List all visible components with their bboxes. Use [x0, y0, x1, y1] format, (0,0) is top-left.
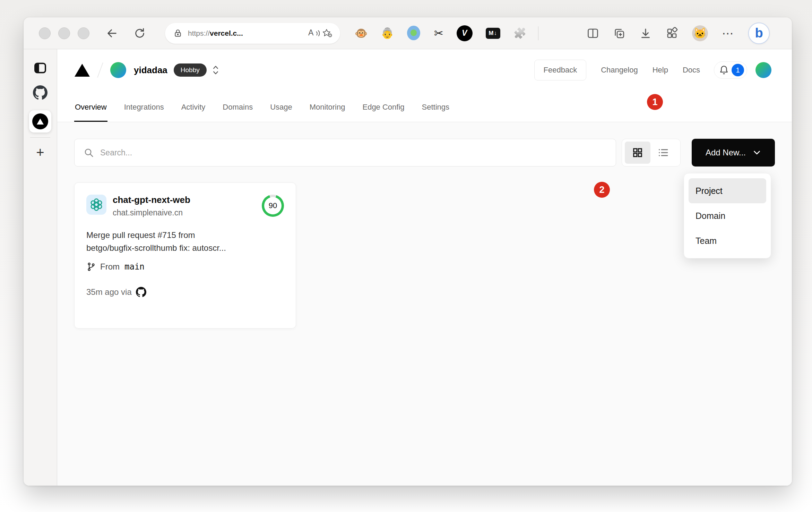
vercel-logo[interactable] [74, 63, 90, 77]
traffic-lights [39, 27, 89, 39]
from-label: From [100, 262, 120, 272]
apps-button[interactable] [666, 27, 678, 40]
speed-score-ring: 90 [262, 195, 284, 217]
search-input[interactable] [100, 148, 607, 157]
changelog-link[interactable]: Changelog [601, 66, 638, 75]
vercel-triangle-icon [36, 118, 44, 125]
tab-github[interactable] [33, 85, 47, 100]
browser-window: https:// vercel.c... A 🐵 👵 2 ✂ V M↓ 🧩 [24, 17, 792, 486]
browser-body: + yidadaa Hobby Feedback Changelog Help … [24, 49, 792, 486]
browser-profile-avatar[interactable]: 🐱 [692, 25, 708, 41]
branch-name: main [124, 262, 145, 272]
project-card[interactable]: chat-gpt-next-web chat.simplenaive.cn 90… [74, 182, 296, 328]
github-icon [136, 287, 146, 297]
user-avatar[interactable] [755, 62, 771, 78]
menu-item-domain[interactable]: Domain [689, 203, 766, 228]
address-bar[interactable]: https:// vercel.c... A [165, 23, 340, 44]
docs-link[interactable]: Docs [683, 66, 700, 75]
speed-score-value: 90 [264, 197, 282, 214]
vercel-content: Add New... chat-gpt-next-web chat.simple… [57, 122, 792, 486]
tampermonkey-extension-icon[interactable]: 🐵 [355, 28, 368, 39]
collections-button[interactable] [613, 27, 625, 40]
github-icon [33, 85, 47, 100]
split-screen-icon [587, 27, 599, 40]
deploy-time: 35m ago via [86, 287, 132, 297]
select-chevrons-icon [212, 65, 219, 75]
feedback-button[interactable]: Feedback [534, 60, 587, 80]
tab-monitoring[interactable]: Monitoring [309, 103, 346, 122]
commit-line-2: betgo/bugfix-scrollthumb fix: autoscr... [86, 241, 284, 254]
translate-extension-inner [411, 29, 417, 36]
notification-count-badge: 1 [732, 64, 744, 76]
tab-settings[interactable]: Settings [421, 103, 450, 122]
plan-badge: Hobby [174, 63, 207, 77]
toolbar-divider [538, 26, 538, 40]
vercel-header: yidadaa Hobby Feedback Changelog Help Do… [57, 49, 792, 91]
rail-divider [30, 137, 50, 138]
back-button[interactable] [106, 27, 118, 39]
breadcrumb-slash [97, 62, 103, 78]
url-scheme: https:// [188, 29, 210, 37]
add-new-button[interactable]: Add New... [692, 139, 775, 167]
projects-toolbar: Add New... [74, 139, 775, 167]
help-link[interactable]: Help [653, 66, 668, 75]
read-aloud-button[interactable]: A [308, 28, 322, 39]
add-favorite-button[interactable] [322, 28, 332, 38]
tab-vercel-active[interactable] [29, 110, 51, 133]
menu-item-team[interactable]: Team [689, 228, 766, 253]
grid-view-icon [632, 147, 643, 159]
lock-icon [173, 29, 182, 38]
tab-integrations[interactable]: Integrations [123, 103, 165, 122]
tab-edge-config[interactable]: Edge Config [362, 103, 405, 122]
chevron-down-icon [753, 148, 761, 157]
annotation-step-1: 1 [647, 94, 663, 110]
star-plus-icon [322, 28, 332, 38]
tab-domains[interactable]: Domains [222, 103, 253, 122]
new-tab-button[interactable]: + [36, 145, 44, 159]
browser-menu-button[interactable]: ⋯ [722, 26, 734, 40]
vertical-tab-rail: + [24, 49, 57, 486]
add-new-label: Add New... [706, 148, 746, 157]
tab-activity[interactable]: Activity [181, 103, 206, 122]
git-branch-icon [86, 262, 96, 272]
vercel-tabs: Overview Integrations Activity Domains U… [57, 91, 792, 122]
search-box [74, 139, 616, 167]
bell-icon [718, 65, 729, 76]
tab-overview[interactable]: Overview [74, 103, 107, 122]
openai-logo-icon [89, 198, 103, 212]
project-favicon [86, 195, 106, 215]
plus-icon: + [36, 145, 44, 159]
scissors-extension-icon[interactable]: ✂ [434, 28, 443, 39]
downloads-button[interactable] [639, 27, 652, 40]
tab-usage[interactable]: Usage [269, 103, 293, 122]
close-window-button[interactable] [39, 27, 51, 39]
project-card-head: chat-gpt-next-web chat.simplenaive.cn 90 [86, 195, 284, 217]
project-domain[interactable]: chat.simplenaive.cn [113, 208, 190, 217]
translate-person-extension-icon[interactable]: 👵 [381, 28, 394, 39]
sidebar-toggle-icon [33, 61, 47, 75]
project-name: chat-gpt-next-web [113, 195, 190, 205]
extension-area: 🐵 👵 2 ✂ V M↓ 🧩 [355, 25, 526, 41]
annotation-step-2: 2 [594, 182, 610, 198]
project-meta: chat-gpt-next-web chat.simplenaive.cn [113, 195, 190, 217]
zoom-window-button[interactable] [78, 27, 89, 39]
list-view-icon [657, 147, 669, 159]
search-icon [84, 147, 94, 158]
split-screen-button[interactable] [587, 27, 599, 40]
notifications-button[interactable]: 1 [714, 61, 747, 79]
view-switcher [622, 139, 681, 167]
grid-view-button[interactable] [625, 142, 650, 164]
menu-item-project[interactable]: Project [689, 178, 766, 203]
extensions-puzzle-icon[interactable]: 🧩 [513, 28, 526, 39]
minimize-window-button[interactable] [58, 27, 70, 39]
v-extension-icon[interactable]: V [457, 25, 473, 41]
translate-extension-icon[interactable]: 2 [407, 26, 421, 41]
markdown-extension-icon[interactable]: M↓ [486, 28, 500, 39]
list-view-button[interactable] [650, 142, 676, 164]
scope-switcher-button[interactable] [212, 65, 219, 75]
bing-chat-button[interactable]: b [748, 23, 770, 44]
refresh-button[interactable] [134, 27, 146, 39]
scope-name: yidadaa [134, 65, 167, 76]
browser-toolbar: https:// vercel.c... A 🐵 👵 2 ✂ V M↓ 🧩 [24, 17, 792, 49]
toggle-vertical-tabs-button[interactable] [33, 61, 47, 75]
